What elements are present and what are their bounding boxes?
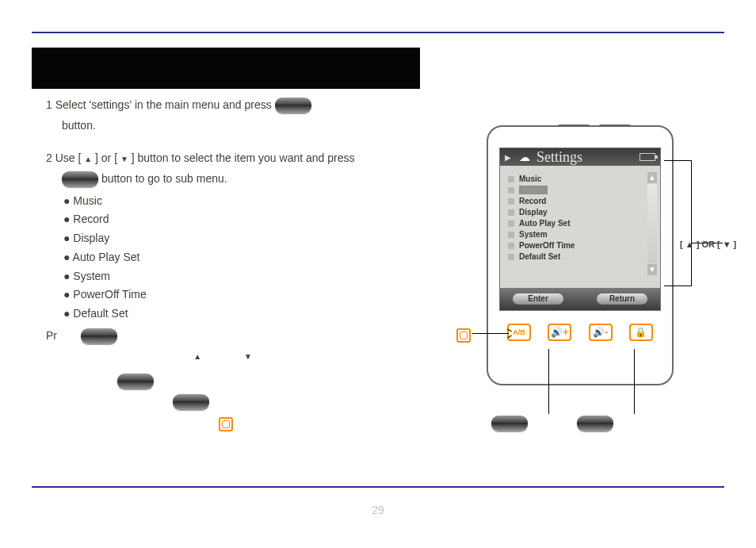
press-label: Pr — [46, 329, 57, 342]
step-1-text: 1 Select 'settings' in the main menu and… — [46, 98, 272, 111]
softkey-bar: Enter Return — [500, 288, 660, 310]
scroll-track[interactable] — [647, 184, 657, 263]
callout-line — [548, 349, 549, 414]
bottom-rule — [32, 486, 724, 488]
page-number: 29 — [342, 504, 414, 516]
section-heading-bar — [32, 48, 420, 89]
scroll-down-icon[interactable]: ▼ — [647, 264, 657, 275]
list-item-label: Auto Play Set — [519, 219, 570, 228]
step-1-cont: button. — [62, 117, 410, 135]
ab-callout-icon — [456, 328, 471, 343]
up-triangle-icon: ▲ — [84, 155, 92, 163]
device-screen: ▶ ☁ Settings Music Radio Record Display … — [499, 148, 661, 311]
list-item-selected[interactable]: Radio — [508, 186, 644, 194]
battery-icon — [640, 153, 655, 161]
step-3-line: 3 Use [ ▲ ] or [ ▼ — [46, 347, 410, 365]
bracket-line — [664, 285, 691, 286]
button-pill — [275, 98, 311, 113]
callout-line — [472, 333, 509, 334]
list-item: Auto Play Set — [63, 249, 410, 266]
button-pill — [81, 328, 117, 344]
list-item-label: PowerOff Time — [519, 241, 575, 250]
down-triangle-icon: ▼ — [120, 155, 128, 163]
button-pill — [173, 394, 209, 410]
hardware-volume-up[interactable]: 🔊+ — [548, 324, 571, 341]
list-item-label: Record — [519, 197, 546, 205]
side-nav-label: [ ▲ ] OR [ ▼ ] — [680, 240, 736, 249]
list-item[interactable]: Display — [508, 208, 644, 217]
list-item-label: Display — [519, 208, 548, 217]
step-1-line: 1 Select 'settings' in the main menu and… — [46, 97, 410, 114]
list-item[interactable]: Music — [508, 174, 644, 183]
scroll-up-icon[interactable]: ▲ — [647, 172, 657, 183]
top-rule — [32, 32, 724, 33]
list-item-label: System — [519, 230, 548, 239]
button-pill — [62, 171, 98, 187]
hw-label: 🔊- — [593, 327, 608, 338]
play-icon: ▶ — [505, 153, 511, 162]
list-item[interactable]: Auto Play Set — [508, 219, 644, 228]
step-2-cont-text: button to go to sub menu. — [101, 172, 227, 185]
bracket-line — [691, 160, 692, 286]
device-outline: ▶ ☁ Settings Music Radio Record Display … — [487, 125, 674, 385]
hardware-volume-down[interactable]: 🔊- — [589, 324, 613, 341]
softkey-enter[interactable]: Enter — [513, 293, 563, 305]
step-2-cont: button to go to sub menu. — [62, 171, 410, 188]
settings-bullet-list: Music Record Display Auto Play Set Syste… — [63, 193, 410, 323]
hw-label: A/B — [513, 328, 525, 336]
callout-pill-left — [491, 416, 528, 431]
hw-label: 🔊+ — [551, 327, 568, 338]
scrollbar[interactable]: ▲ ▼ — [647, 172, 657, 275]
hardware-ab-button[interactable]: A/B — [507, 324, 531, 341]
hardware-lock-button[interactable]: 🔒 — [629, 324, 653, 341]
callout-line — [634, 349, 635, 414]
softkey-return[interactable]: Return — [597, 293, 647, 305]
list-item-label: Default Set — [519, 252, 560, 261]
ab-icon — [219, 417, 233, 431]
callout-pill-right — [577, 416, 613, 431]
list-item[interactable]: Record — [508, 197, 644, 205]
settings-menu-list: Music Radio Record Display Auto Play Set… — [508, 172, 644, 263]
ab-icon — [456, 328, 471, 343]
list-item: Music — [63, 193, 410, 210]
list-item[interactable]: PowerOff Time — [508, 241, 644, 250]
list-item: System — [63, 268, 410, 285]
hardware-button-row: A/B 🔊+ 🔊- 🔒 — [507, 324, 653, 341]
ab-inline-icon-line — [219, 415, 410, 432]
up-triangle-icon: ▲ — [193, 352, 201, 361]
step-2-tail: ] button to select the item you want and… — [132, 151, 355, 164]
bracket-line — [664, 160, 691, 161]
list-item: PowerOff Time — [63, 286, 410, 304]
instruction-column: 1 Select 'settings' in the main menu and… — [46, 97, 410, 435]
cloud-icon: ☁ — [519, 151, 530, 163]
list-item: Default Set — [63, 305, 410, 323]
screen-title: Settings — [536, 149, 582, 166]
press-line: Pr ess button to confirm or return to pr… — [46, 328, 410, 345]
list-item: Display — [63, 230, 410, 247]
list-item[interactable]: Default Set — [508, 252, 644, 261]
device-top-button — [599, 125, 631, 127]
confirm-pill-line — [117, 373, 410, 390]
status-bar: ▶ ☁ Settings — [500, 148, 660, 166]
list-item-label: Radio — [519, 186, 548, 194]
step-2-lead: 2 Use [ — [46, 151, 81, 164]
button-pill — [117, 374, 154, 389]
step-2-line: 2 Use [ ▲ ] or [ ▼ ] button to select th… — [46, 150, 410, 167]
device-top-button — [558, 125, 590, 127]
list-item: Record — [63, 211, 410, 228]
exit-line — [173, 393, 410, 411]
down-triangle-icon: ▼ — [244, 352, 252, 361]
list-item[interactable]: System — [508, 230, 644, 239]
step-2-mid: ] or [ — [95, 151, 117, 164]
list-item-label: Music — [519, 174, 541, 183]
hw-label: 🔒 — [635, 327, 647, 338]
